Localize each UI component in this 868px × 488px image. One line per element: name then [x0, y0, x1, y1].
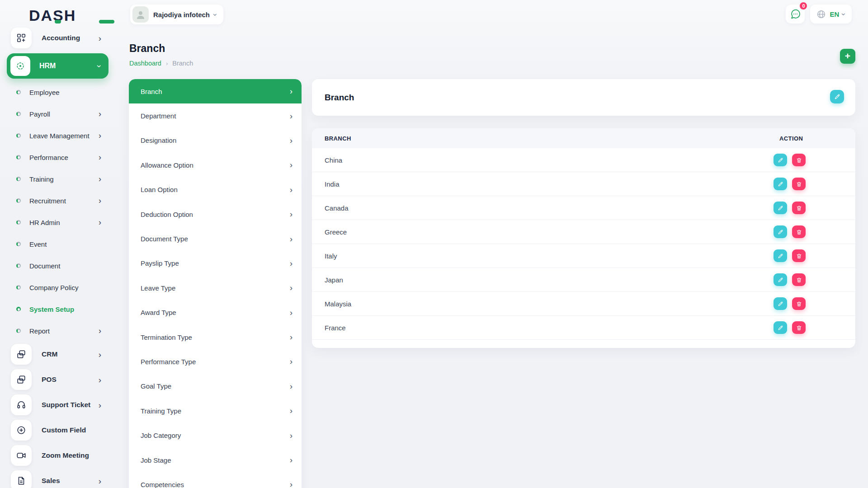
setup-menu-item-goal-type[interactable]: Goal Type ›: [129, 374, 302, 399]
table-row: Japan: [312, 268, 855, 292]
delete-button[interactable]: [792, 178, 806, 190]
bullet-icon: [16, 177, 21, 181]
bullet-icon: [16, 307, 21, 311]
avatar: [132, 6, 149, 23]
document-icon: [11, 470, 32, 488]
table-row: China: [312, 148, 855, 172]
sidebar-item-sales[interactable]: Sales ›: [0, 468, 116, 488]
app-root: DASH Rajodiya infotech › 0: [0, 0, 868, 488]
dash-logo[interactable]: DASH: [29, 6, 76, 24]
branch-name-cell: Japan: [325, 276, 343, 284]
chevron-right-icon: ›: [290, 480, 292, 488]
sidebar-item-crm[interactable]: CRM ›: [0, 342, 116, 367]
sidebar-subitem-system-setup[interactable]: System Setup ›: [0, 298, 116, 320]
edit-button[interactable]: [774, 273, 787, 286]
table-row: Canada: [312, 196, 855, 220]
sidebar-nav: Accounting › HRM › Employee › Payroll › …: [0, 25, 116, 488]
column-header-action: ACTION: [779, 135, 803, 142]
chevron-down-icon: ›: [94, 65, 104, 67]
chevron-right-icon: ›: [290, 259, 292, 267]
language-code: EN: [830, 10, 839, 18]
sidebar-subitem-employee[interactable]: Employee ›: [0, 81, 116, 103]
sidebar-item-zoom-meeting[interactable]: Zoom Meeting ›: [0, 443, 116, 468]
bullet-icon: [16, 220, 21, 225]
edit-button[interactable]: [774, 202, 787, 214]
messages-button[interactable]: 0: [786, 5, 805, 23]
setup-menu-item-competencies[interactable]: Competencies ›: [129, 472, 302, 488]
edit-button[interactable]: [774, 321, 787, 334]
setup-menu-item-job-category[interactable]: Job Category ›: [129, 423, 302, 447]
delete-button[interactable]: [792, 249, 806, 262]
crm-cards-icon: [11, 344, 32, 365]
edit-button[interactable]: [774, 154, 787, 166]
chevron-right-icon: ›: [99, 131, 101, 140]
delete-button[interactable]: [792, 202, 806, 214]
bullet-icon: [16, 155, 21, 160]
setup-menu-item-branch[interactable]: Branch ›: [129, 79, 302, 103]
sidebar-subitem-document[interactable]: Document ›: [0, 255, 116, 277]
setup-menu-item-job-stage[interactable]: Job Stage ›: [129, 448, 302, 472]
edit-button[interactable]: [774, 178, 787, 190]
setup-menu-item-leave-type[interactable]: Leave Type ›: [129, 276, 302, 300]
breadcrumb-dashboard-link[interactable]: Dashboard: [129, 60, 161, 67]
sidebar-item-hrm[interactable]: HRM ›: [7, 53, 108, 79]
edit-button[interactable]: [830, 90, 844, 103]
edit-button[interactable]: [774, 249, 787, 262]
bullet-icon: [16, 198, 21, 203]
sidebar-subitem-leave-management[interactable]: Leave Management ›: [0, 125, 116, 146]
language-dropdown[interactable]: EN ›: [810, 5, 852, 23]
delete-button[interactable]: [792, 225, 806, 238]
sidebar-subitem-recruitment[interactable]: Recruitment ›: [0, 190, 116, 211]
chevron-right-icon: ›: [99, 350, 101, 359]
add-branch-button[interactable]: +: [840, 49, 855, 64]
system-setup-menu: Branch › Department › Designation › Allo…: [129, 79, 302, 488]
setup-menu-item-payslip-type[interactable]: Payslip Type ›: [129, 251, 302, 276]
sidebar-item-custom-field[interactable]: Custom Field ›: [0, 418, 116, 443]
setup-menu-item-termination-type[interactable]: Termination Type ›: [129, 325, 302, 349]
sidebar-subitem-company-policy[interactable]: Company Policy ›: [0, 277, 116, 298]
modules-grid-icon: [11, 28, 32, 48]
breadcrumb: Dashboard › Branch: [129, 60, 193, 67]
table-row: India: [312, 172, 855, 196]
sidebar-item-accounting[interactable]: Accounting ›: [0, 25, 116, 51]
workspace-name: Rajodiya infotech: [153, 11, 210, 19]
chevron-right-icon: ›: [290, 161, 292, 169]
delete-button[interactable]: [792, 154, 806, 166]
setup-menu-item-training-type[interactable]: Training Type ›: [129, 399, 302, 423]
messages-count-badge: 0: [799, 1, 808, 10]
branch-name-cell: Greece: [325, 228, 347, 236]
edit-button[interactable]: [774, 297, 787, 310]
sidebar-subitem-training[interactable]: Training ›: [0, 168, 116, 190]
sidebar-subitem-event[interactable]: Event ›: [0, 233, 116, 255]
sidebar-item-support-ticket[interactable]: Support Ticket ›: [0, 392, 116, 418]
dash-logo-text: DASH: [29, 7, 76, 24]
bullet-icon: [16, 133, 21, 138]
edit-button[interactable]: [774, 225, 787, 238]
delete-button[interactable]: [792, 321, 806, 334]
workspace-dropdown[interactable]: Rajodiya infotech ›: [130, 5, 223, 24]
branch-name-cell: Malaysia: [325, 300, 351, 308]
sidebar-item-pos[interactable]: POS ›: [0, 367, 116, 392]
setup-menu-item-allowance-option[interactable]: Allowance Option ›: [129, 153, 302, 177]
setup-menu-item-department[interactable]: Department ›: [129, 103, 302, 128]
sidebar-subitem-hr-admin[interactable]: HR Admin ›: [0, 211, 116, 233]
setup-menu-item-award-type[interactable]: Award Type ›: [129, 300, 302, 325]
setup-menu-item-designation[interactable]: Designation ›: [129, 128, 302, 153]
sidebar-subitem-report[interactable]: Report ›: [0, 320, 116, 342]
chevron-right-icon: ›: [99, 153, 101, 161]
bullet-icon: [16, 328, 21, 333]
setup-menu-item-performance-type[interactable]: Performance Type ›: [129, 349, 302, 374]
sidebar-subitem-payroll[interactable]: Payroll ›: [0, 103, 116, 125]
chevron-right-icon: ›: [290, 456, 292, 464]
setup-menu-item-loan-option[interactable]: Loan Option ›: [129, 178, 302, 202]
setup-menu-item-document-type[interactable]: Document Type ›: [129, 226, 302, 251]
sidebar-subitem-performance[interactable]: Performance ›: [0, 146, 116, 168]
branch-name-cell: Italy: [325, 252, 337, 260]
chevron-right-icon: ›: [290, 87, 292, 95]
chevron-down-icon: ›: [840, 13, 848, 15]
delete-button[interactable]: [792, 273, 806, 286]
delete-button[interactable]: [792, 297, 806, 310]
bullet-icon: [16, 112, 21, 116]
chevron-right-icon: ›: [99, 477, 101, 485]
setup-menu-item-deduction-option[interactable]: Deduction Option ›: [129, 202, 302, 226]
